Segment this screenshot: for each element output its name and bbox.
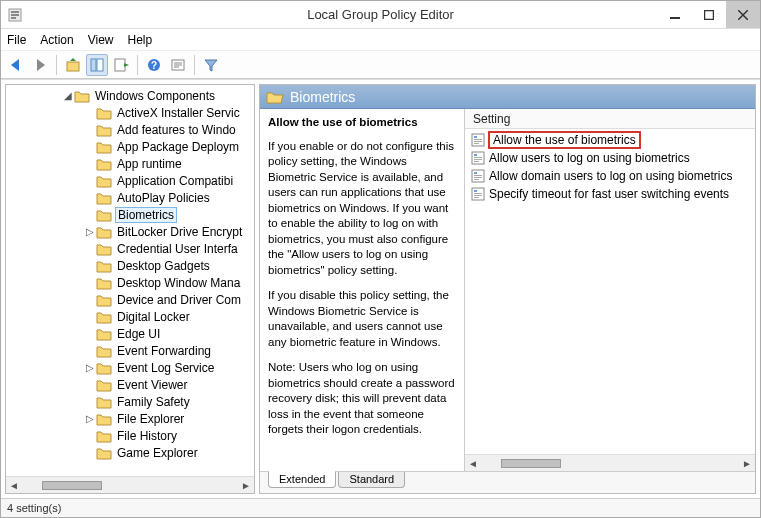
tree-node-root[interactable]: ◢Windows Components (6, 87, 254, 104)
tree-node[interactable]: ▷Event Log Service (6, 359, 254, 376)
svg-rect-48 (474, 139, 482, 140)
help-button[interactable]: ? (143, 54, 165, 76)
export-list-button[interactable] (110, 54, 132, 76)
tree-node-label: Edge UI (115, 327, 162, 341)
svg-rect-4 (670, 17, 680, 19)
folder-icon (96, 395, 112, 409)
scroll-thumb[interactable] (42, 481, 102, 490)
tree-horizontal-scrollbar[interactable]: ◄ ► (6, 476, 254, 493)
menubar: File Action View Help (1, 29, 760, 51)
toolbar: ? (1, 51, 760, 79)
forward-button[interactable] (29, 54, 51, 76)
folder-icon (96, 276, 112, 290)
svg-rect-53 (474, 157, 482, 158)
folder-icon (96, 208, 112, 222)
filter-button[interactable] (200, 54, 222, 76)
policy-setting-icon (471, 133, 485, 147)
window-controls (658, 1, 760, 28)
tree-node[interactable]: Digital Locker (6, 308, 254, 325)
tree-node[interactable]: ▷File Explorer (6, 410, 254, 427)
setting-row[interactable]: Allow the use of biometrics (469, 131, 751, 149)
folder-icon (96, 259, 112, 273)
menu-help[interactable]: Help (128, 33, 153, 47)
tree-node[interactable]: File History (6, 427, 254, 444)
tree-node[interactable]: Event Forwarding (6, 342, 254, 359)
tree-node[interactable]: App runtime (6, 155, 254, 172)
tree-node[interactable]: ActiveX Installer Servic (6, 104, 254, 121)
svg-marker-30 (97, 211, 111, 221)
tree-node-label: ActiveX Installer Servic (115, 106, 242, 120)
tree-node[interactable]: Biometrics (6, 206, 254, 223)
svg-rect-12 (91, 59, 96, 71)
tree-node-label: Desktop Window Mana (115, 276, 242, 290)
svg-marker-31 (97, 228, 111, 238)
tab-standard[interactable]: Standard (338, 472, 405, 488)
scroll-right-icon[interactable]: ► (739, 458, 755, 469)
menu-view[interactable]: View (88, 33, 114, 47)
svg-marker-29 (97, 194, 111, 204)
tree-node[interactable]: Desktop Gadgets (6, 257, 254, 274)
tree-node[interactable]: Family Safety (6, 393, 254, 410)
tree-pane[interactable]: ◢Windows ComponentsActiveX Installer Ser… (5, 84, 255, 494)
close-button[interactable] (726, 1, 760, 28)
svg-text:?: ? (151, 60, 157, 71)
folder-open-icon (266, 89, 284, 105)
properties-button[interactable] (167, 54, 189, 76)
setting-row[interactable]: Allow domain users to log on using biome… (469, 167, 751, 185)
scroll-right-icon[interactable]: ► (238, 480, 254, 491)
svg-marker-22 (205, 60, 217, 71)
scroll-left-icon[interactable]: ◄ (465, 458, 481, 469)
svg-marker-15 (124, 63, 129, 67)
folder-icon (96, 174, 112, 188)
show-hide-tree-button[interactable] (86, 54, 108, 76)
menu-file[interactable]: File (7, 33, 26, 47)
svg-marker-38 (97, 347, 111, 357)
svg-marker-36 (97, 313, 111, 323)
tab-extended[interactable]: Extended (268, 471, 336, 488)
setting-label: Allow domain users to log on using biome… (489, 169, 732, 183)
svg-rect-58 (474, 175, 482, 176)
tree-node[interactable]: Credential User Interfa (6, 240, 254, 257)
svg-marker-45 (267, 93, 283, 103)
tree-node[interactable]: App Package Deploym (6, 138, 254, 155)
tree-node-label: Windows Components (93, 89, 217, 103)
expand-icon[interactable]: ▷ (84, 226, 96, 237)
tree-node[interactable]: Event Viewer (6, 376, 254, 393)
menu-action[interactable]: Action (40, 33, 73, 47)
svg-marker-23 (75, 92, 89, 102)
setting-row[interactable]: Specify timeout for fast user switching … (469, 185, 751, 203)
expand-icon[interactable]: ▷ (84, 362, 96, 373)
scroll-thumb[interactable] (501, 459, 561, 468)
toolbar-separator (56, 55, 57, 75)
minimize-button[interactable] (658, 1, 692, 28)
svg-rect-65 (474, 197, 479, 198)
svg-marker-25 (97, 126, 111, 136)
scroll-left-icon[interactable]: ◄ (6, 480, 22, 491)
tree-node[interactable]: AutoPlay Policies (6, 189, 254, 206)
expand-icon[interactable]: ▷ (84, 413, 96, 424)
setting-row[interactable]: Allow users to log on using biometrics (469, 149, 751, 167)
settings-list-header[interactable]: Setting (465, 109, 755, 129)
collapse-icon[interactable]: ◢ (62, 90, 74, 101)
setting-label: Specify timeout for fast user switching … (489, 187, 729, 201)
up-one-level-button[interactable] (62, 54, 84, 76)
tree-node-label: Application Compatibi (115, 174, 235, 188)
tree-node[interactable]: Edge UI (6, 325, 254, 342)
tree-node[interactable]: Application Compatibi (6, 172, 254, 189)
details-header: Biometrics (260, 85, 755, 109)
back-button[interactable] (5, 54, 27, 76)
setting-label: Allow users to log on using biometrics (489, 151, 690, 165)
tree-node[interactable]: Game Explorer (6, 444, 254, 461)
maximize-button[interactable] (692, 1, 726, 28)
tree-node[interactable]: Add features to Windo (6, 121, 254, 138)
description-paragraph: If you enable or do not configure this p… (268, 139, 456, 279)
tree-node-label: App runtime (115, 157, 184, 171)
tree-node[interactable]: Desktop Window Mana (6, 274, 254, 291)
main-area: ◢Windows ComponentsActiveX Installer Ser… (1, 79, 760, 498)
list-horizontal-scrollbar[interactable]: ◄ ► (465, 454, 755, 471)
folder-icon (96, 429, 112, 443)
svg-marker-26 (97, 143, 111, 153)
svg-rect-59 (474, 177, 482, 178)
tree-node[interactable]: ▷BitLocker Drive Encrypt (6, 223, 254, 240)
tree-node[interactable]: Device and Driver Com (6, 291, 254, 308)
